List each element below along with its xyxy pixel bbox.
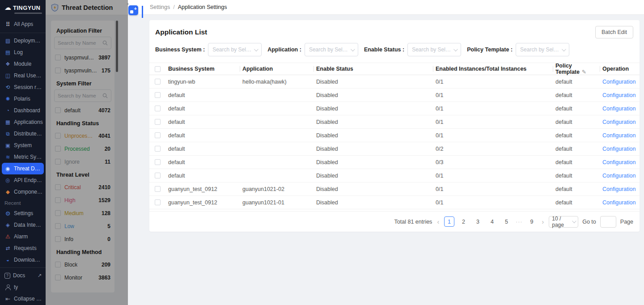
batch-edit-button[interactable]: Batch Edit (595, 26, 633, 38)
sidebar-item-distributed-tracing[interactable]: Distributed tr... (0, 128, 46, 140)
sidebar-item-log[interactable]: Log (0, 47, 46, 58)
configuration-link[interactable]: Configuration (602, 119, 636, 125)
sidebar-item-all-apps[interactable]: All Apps (0, 17, 46, 31)
extension-icon[interactable] (128, 5, 138, 15)
row-checkbox[interactable] (155, 159, 161, 165)
next-page-button[interactable]: › (541, 218, 545, 225)
module-icon (4, 61, 11, 68)
status-text: Disabled (314, 186, 433, 192)
row-checkbox[interactable] (155, 199, 161, 205)
page-size-select[interactable]: 10 / page (549, 216, 578, 228)
application-filter-label: Application : (267, 47, 301, 53)
metric-icon (4, 154, 11, 161)
table-row: default Disabled 0/3 default Configurati… (149, 156, 640, 169)
sidebar-item-requests[interactable]: Requests (0, 242, 46, 254)
breadcrumb-separator: / (173, 4, 174, 10)
policy-template-select[interactable]: Search by Selection (516, 43, 569, 56)
main-content: Settings / Application Settings Applicat… (128, 0, 644, 305)
sidebar-item-settings[interactable]: Settings (0, 208, 46, 219)
monitor-icon (4, 72, 11, 79)
page-button-1[interactable]: 1 (444, 216, 454, 227)
row-checkbox[interactable] (155, 92, 161, 98)
sidebar-item-session-replay[interactable]: Session replay (0, 81, 46, 93)
status-text: Disabled (314, 159, 433, 165)
col-instances: Enabled Instances/Total Instances (433, 66, 553, 72)
brand-logo[interactable]: ☁ TINGYUN (0, 0, 46, 16)
download-icon (4, 257, 11, 263)
configuration-link[interactable]: Configuration (602, 186, 636, 192)
configuration-link[interactable]: Configuration (602, 146, 636, 152)
sidebar-item-user[interactable]: ty (0, 281, 46, 293)
configuration-link[interactable]: Configuration (602, 173, 636, 179)
sidebar-item-system[interactable]: System (0, 140, 46, 151)
prev-page-button[interactable]: ‹ (436, 218, 440, 225)
row-checkbox[interactable] (155, 79, 161, 85)
sidebar-item-dashboard[interactable]: Dashboard (0, 105, 46, 116)
goto-page-input[interactable] (600, 216, 616, 228)
breadcrumb-settings[interactable]: Settings (150, 4, 170, 10)
sidebar-item-docs[interactable]: Docs (0, 270, 46, 281)
sidebar-item-data-integration[interactable]: Data Integrat... (0, 219, 46, 231)
policy-template-filter-label: Policy Template : (467, 47, 513, 53)
col-policy-template: Policy Template✎ (553, 63, 600, 75)
system-icon (4, 142, 11, 149)
brand-tagline (14, 13, 42, 14)
sidebar-item-deployment[interactable]: Deployment ... (0, 35, 46, 47)
sidebar-item-applications[interactable]: Applications (0, 116, 46, 128)
row-checkbox[interactable] (155, 186, 161, 192)
page-button-9[interactable]: 9 (527, 216, 537, 227)
sidebar-item-metric-system[interactable]: Metric System (0, 151, 46, 163)
row-checkbox[interactable] (155, 146, 161, 152)
sidebar-item-collapse[interactable]: Collapse sidebar (0, 293, 46, 305)
filter-panel: Threat Detection Application Filter tyas… (46, 0, 128, 305)
page-button-5[interactable]: 5 (501, 216, 512, 227)
total-entries-text: Total 81 entries (394, 219, 432, 225)
table-row: guanyun_test_0912 guanyun1021-02 Disable… (149, 182, 640, 196)
select-all-checkbox[interactable] (155, 66, 161, 72)
row-checkbox[interactable] (155, 173, 161, 178)
application-select[interactable]: Search by Selection (305, 43, 358, 56)
sidebar-item-real-user-monitoring[interactable]: Real User M... (0, 70, 46, 81)
configuration-link[interactable]: Configuration (602, 199, 636, 206)
configuration-link[interactable]: Configuration (602, 92, 636, 98)
configuration-link[interactable]: Configuration (602, 159, 636, 165)
table-row: default Disabled 0/1 default Configurati… (149, 169, 640, 182)
status-text: Disabled (314, 119, 433, 125)
business-system-select[interactable]: Search by Selection (208, 43, 262, 56)
sidebar-item-component[interactable]: Component ... (0, 186, 46, 198)
table-row: default Disabled 0/1 default Configurati… (149, 102, 640, 115)
cloud-logo-icon: ☁ (4, 4, 11, 12)
sidebar-item-download-center[interactable]: Download ce... (0, 254, 46, 266)
status-text: Disabled (314, 199, 433, 206)
deployment-icon (4, 38, 11, 44)
row-checkbox[interactable] (155, 132, 161, 138)
configuration-link[interactable]: Configuration (602, 79, 636, 85)
configuration-link[interactable]: Configuration (602, 132, 636, 139)
pagination: Total 81 entries ‹ 1 2 3 4 5 ··· 9 › 10 … (149, 211, 640, 232)
status-text: Disabled (314, 173, 433, 179)
sidebar-divider (0, 33, 46, 33)
sidebar-item-module[interactable]: Module (0, 58, 46, 70)
page-button-4[interactable]: 4 (487, 216, 497, 227)
sidebar-item-api-endpoint[interactable]: API Endpoint (0, 174, 46, 186)
enable-status-select[interactable]: Search by Selection (407, 43, 461, 56)
sidebar-item-threat-detection[interactable]: Threat Detec... (2, 163, 44, 174)
status-text: Disabled (314, 132, 433, 139)
sidebar-divider (0, 267, 46, 268)
row-checkbox[interactable] (155, 119, 161, 125)
sidebar: ☁ TINGYUN All Apps Deployment ... Log Mo… (0, 0, 46, 305)
sidebar-item-polaris[interactable]: Polaris (0, 93, 46, 105)
enable-status-filter-label: Enable Status : (364, 47, 404, 53)
collapse-arrow-icon (4, 296, 11, 302)
row-checkbox[interactable] (155, 106, 161, 111)
configuration-link[interactable]: Configuration (602, 106, 636, 112)
table-row: default Disabled 0/1 default Configurati… (149, 89, 640, 102)
sidebar-item-alarm[interactable]: Alarm (0, 231, 46, 242)
edit-pencil-icon[interactable]: ✎ (582, 69, 586, 75)
table-header-row: Business System Application Enable Statu… (149, 63, 640, 75)
page-button-3[interactable]: 3 (473, 216, 483, 227)
more-pages-ellipsis[interactable]: ··· (516, 219, 523, 225)
page-button-2[interactable]: 2 (458, 216, 469, 227)
extension-widget[interactable]: × (128, 5, 138, 15)
business-system-filter-label: Business System : (155, 47, 205, 53)
